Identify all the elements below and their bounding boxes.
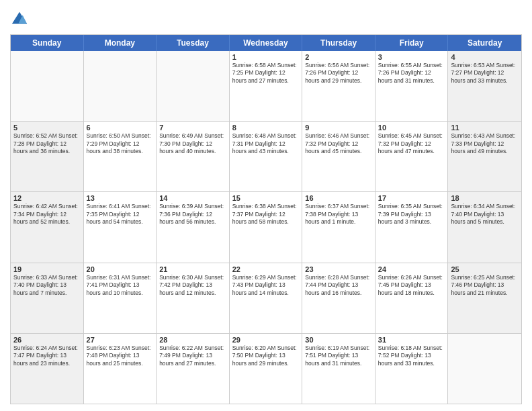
cell-info: Sunrise: 6:23 AM Sunset: 7:48 PM Dayligh… (87, 345, 154, 367)
calendar-cell: 20Sunrise: 6:31 AM Sunset: 7:41 PM Dayli… (84, 263, 157, 333)
calendar-cell: 24Sunrise: 6:26 AM Sunset: 7:45 PM Dayli… (375, 263, 449, 333)
calendar-cell: 17Sunrise: 6:35 AM Sunset: 7:39 PM Dayli… (375, 192, 449, 262)
day-number: 10 (378, 124, 445, 132)
weekday-header-wednesday: Wednesday (230, 35, 303, 51)
calendar-cell: 3Sunrise: 6:55 AM Sunset: 7:26 PM Daylig… (375, 51, 449, 121)
cell-info: Sunrise: 6:24 AM Sunset: 7:47 PM Dayligh… (13, 345, 81, 367)
calendar-cell: 5Sunrise: 6:52 AM Sunset: 7:28 PM Daylig… (11, 122, 84, 191)
cell-info: Sunrise: 6:30 AM Sunset: 7:42 PM Dayligh… (159, 274, 226, 297)
calendar-row: 12Sunrise: 6:42 AM Sunset: 7:34 PM Dayli… (11, 191, 521, 262)
day-number: 18 (451, 194, 519, 202)
calendar-cell (84, 51, 157, 121)
day-number: 31 (378, 336, 445, 344)
cell-info: Sunrise: 6:28 AM Sunset: 7:44 PM Dayligh… (305, 274, 372, 297)
day-number: 21 (159, 265, 226, 273)
cell-info: Sunrise: 6:53 AM Sunset: 7:27 PM Dayligh… (451, 62, 519, 85)
day-number: 7 (159, 124, 226, 132)
day-number: 14 (159, 194, 226, 202)
calendar-cell: 21Sunrise: 6:30 AM Sunset: 7:42 PM Dayli… (157, 263, 230, 333)
cell-info: Sunrise: 6:34 AM Sunset: 7:40 PM Dayligh… (451, 203, 519, 226)
day-number: 2 (305, 53, 372, 61)
day-number: 13 (87, 194, 154, 202)
calendar-cell: 12Sunrise: 6:42 AM Sunset: 7:34 PM Dayli… (11, 192, 84, 262)
day-number: 9 (305, 124, 372, 132)
cell-info: Sunrise: 6:49 AM Sunset: 7:30 PM Dayligh… (159, 132, 226, 155)
logo-icon (10, 10, 29, 29)
calendar-cell: 26Sunrise: 6:24 AM Sunset: 7:47 PM Dayli… (11, 334, 84, 404)
day-number: 19 (13, 265, 81, 273)
day-number: 29 (232, 336, 300, 344)
calendar-cell: 7Sunrise: 6:49 AM Sunset: 7:30 PM Daylig… (157, 122, 230, 191)
day-number: 15 (232, 194, 300, 202)
weekday-header-sunday: Sunday (11, 35, 84, 51)
cell-info: Sunrise: 6:48 AM Sunset: 7:31 PM Dayligh… (232, 132, 300, 155)
calendar-cell: 1Sunrise: 6:58 AM Sunset: 7:25 PM Daylig… (230, 51, 303, 121)
weekday-header-monday: Monday (84, 35, 157, 51)
cell-info: Sunrise: 6:26 AM Sunset: 7:45 PM Dayligh… (378, 274, 445, 297)
day-number: 3 (378, 53, 445, 61)
calendar-cell: 15Sunrise: 6:38 AM Sunset: 7:37 PM Dayli… (230, 192, 303, 262)
calendar-cell: 14Sunrise: 6:39 AM Sunset: 7:36 PM Dayli… (157, 192, 230, 262)
cell-info: Sunrise: 6:46 AM Sunset: 7:32 PM Dayligh… (305, 132, 372, 155)
cell-info: Sunrise: 6:20 AM Sunset: 7:50 PM Dayligh… (232, 345, 300, 367)
day-number: 6 (87, 124, 154, 132)
calendar-cell: 30Sunrise: 6:19 AM Sunset: 7:51 PM Dayli… (302, 334, 375, 404)
calendar-cell: 8Sunrise: 6:48 AM Sunset: 7:31 PM Daylig… (230, 122, 303, 191)
calendar-cell (11, 51, 84, 121)
day-number: 26 (13, 336, 81, 344)
cell-info: Sunrise: 6:18 AM Sunset: 7:52 PM Dayligh… (378, 345, 445, 367)
calendar-cell (448, 334, 521, 404)
day-number: 8 (232, 124, 300, 132)
calendar-cell: 29Sunrise: 6:20 AM Sunset: 7:50 PM Dayli… (230, 334, 303, 404)
logo (10, 10, 32, 29)
day-number: 28 (159, 336, 226, 344)
weekday-header-tuesday: Tuesday (157, 35, 230, 51)
weekday-header-friday: Friday (375, 35, 449, 51)
calendar-header: SundayMondayTuesdayWednesdayThursdayFrid… (11, 35, 521, 51)
cell-info: Sunrise: 6:19 AM Sunset: 7:51 PM Dayligh… (305, 345, 372, 367)
cell-info: Sunrise: 6:39 AM Sunset: 7:36 PM Dayligh… (159, 203, 226, 226)
calendar-cell: 23Sunrise: 6:28 AM Sunset: 7:44 PM Dayli… (302, 263, 375, 333)
calendar-cell: 10Sunrise: 6:45 AM Sunset: 7:32 PM Dayli… (375, 122, 449, 191)
day-number: 22 (232, 265, 300, 273)
cell-info: Sunrise: 6:37 AM Sunset: 7:38 PM Dayligh… (305, 203, 372, 226)
day-number: 23 (305, 265, 372, 273)
calendar-cell: 25Sunrise: 6:25 AM Sunset: 7:46 PM Dayli… (448, 263, 521, 333)
day-number: 24 (378, 265, 445, 273)
calendar-row: 5Sunrise: 6:52 AM Sunset: 7:28 PM Daylig… (11, 121, 521, 191)
calendar-row: 26Sunrise: 6:24 AM Sunset: 7:47 PM Dayli… (11, 333, 521, 404)
cell-info: Sunrise: 6:50 AM Sunset: 7:29 PM Dayligh… (87, 132, 154, 155)
calendar: SundayMondayTuesdayWednesdayThursdayFrid… (10, 34, 522, 404)
calendar-cell: 4Sunrise: 6:53 AM Sunset: 7:27 PM Daylig… (448, 51, 521, 121)
cell-info: Sunrise: 6:41 AM Sunset: 7:35 PM Dayligh… (87, 203, 154, 226)
calendar-body: 1Sunrise: 6:58 AM Sunset: 7:25 PM Daylig… (11, 51, 521, 404)
calendar-cell: 11Sunrise: 6:43 AM Sunset: 7:33 PM Dayli… (448, 122, 521, 191)
calendar-row: 19Sunrise: 6:33 AM Sunset: 7:40 PM Dayli… (11, 263, 521, 333)
cell-info: Sunrise: 6:38 AM Sunset: 7:37 PM Dayligh… (232, 203, 300, 226)
weekday-header-thursday: Thursday (302, 35, 375, 51)
calendar-cell: 31Sunrise: 6:18 AM Sunset: 7:52 PM Dayli… (375, 334, 449, 404)
calendar-cell: 19Sunrise: 6:33 AM Sunset: 7:40 PM Dayli… (11, 263, 84, 333)
cell-info: Sunrise: 6:55 AM Sunset: 7:26 PM Dayligh… (378, 62, 445, 85)
calendar-cell: 28Sunrise: 6:22 AM Sunset: 7:49 PM Dayli… (157, 334, 230, 404)
day-number: 11 (451, 124, 519, 132)
day-number: 30 (305, 336, 372, 344)
day-number: 4 (451, 53, 519, 61)
cell-info: Sunrise: 6:35 AM Sunset: 7:39 PM Dayligh… (378, 203, 445, 226)
weekday-header-saturday: Saturday (448, 35, 521, 51)
cell-info: Sunrise: 6:31 AM Sunset: 7:41 PM Dayligh… (87, 274, 154, 297)
day-number: 27 (87, 336, 154, 344)
calendar-row: 1Sunrise: 6:58 AM Sunset: 7:25 PM Daylig… (11, 51, 521, 121)
calendar-cell: 16Sunrise: 6:37 AM Sunset: 7:38 PM Dayli… (302, 192, 375, 262)
cell-info: Sunrise: 6:45 AM Sunset: 7:32 PM Dayligh… (378, 132, 445, 155)
cell-info: Sunrise: 6:29 AM Sunset: 7:43 PM Dayligh… (232, 274, 300, 297)
calendar-cell: 2Sunrise: 6:56 AM Sunset: 7:26 PM Daylig… (302, 51, 375, 121)
day-number: 16 (305, 194, 372, 202)
calendar-cell: 6Sunrise: 6:50 AM Sunset: 7:29 PM Daylig… (84, 122, 157, 191)
calendar-cell: 27Sunrise: 6:23 AM Sunset: 7:48 PM Dayli… (84, 334, 157, 404)
cell-info: Sunrise: 6:43 AM Sunset: 7:33 PM Dayligh… (451, 132, 519, 155)
cell-info: Sunrise: 6:52 AM Sunset: 7:28 PM Dayligh… (13, 132, 81, 155)
cell-info: Sunrise: 6:56 AM Sunset: 7:26 PM Dayligh… (305, 62, 372, 85)
cell-info: Sunrise: 6:25 AM Sunset: 7:46 PM Dayligh… (451, 274, 519, 297)
calendar-cell: 13Sunrise: 6:41 AM Sunset: 7:35 PM Dayli… (84, 192, 157, 262)
